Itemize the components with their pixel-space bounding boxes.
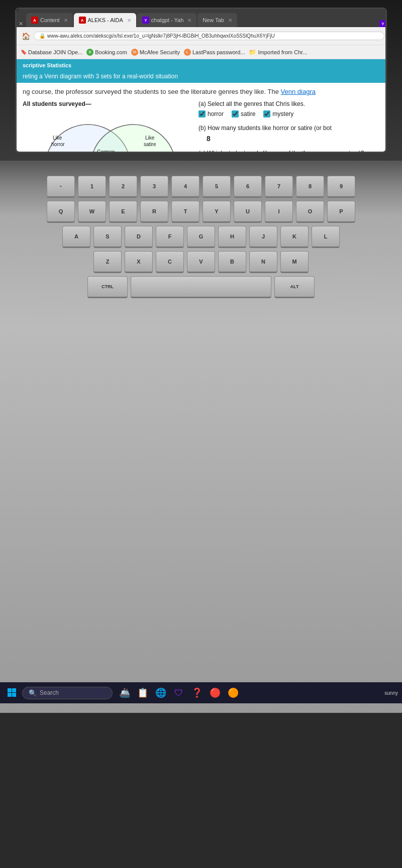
key-backtick[interactable]: ~ — [47, 176, 75, 198]
key-7[interactable]: 7 — [265, 176, 293, 198]
checkbox-horror[interactable] — [198, 110, 206, 117]
key-g[interactable]: G — [187, 226, 215, 248]
key-alt[interactable]: ALT — [274, 276, 315, 298]
tab-content[interactable]: A Content ✕ — [26, 13, 73, 27]
taskbar-icon-help[interactable]: ❓ — [189, 685, 205, 701]
question-b-text: (b) How many students like horror or sat… — [198, 125, 382, 132]
key-row-space: CTRL ALT — [10, 276, 392, 298]
key-row-asdf: A S D F G H J K L — [10, 226, 392, 248]
tab-newtab[interactable]: New Tab ✕ — [197, 13, 237, 27]
key-space[interactable] — [131, 276, 271, 298]
venn-diagram: Like horror Like satire Like mystery Man… — [23, 109, 193, 153]
satire-label: Like — [145, 135, 155, 141]
venn-diagram-link[interactable]: Venn diagra — [281, 88, 316, 95]
key-w[interactable]: W — [78, 201, 106, 223]
question-b-answer: 8 — [207, 135, 382, 143]
laptop-keyboard-area: ~ 1 2 3 4 5 6 7 8 9 Q W E R T Y U I O P … — [0, 161, 402, 713]
key-3[interactable]: 3 — [140, 176, 168, 198]
windows-start-button[interactable] — [4, 685, 20, 701]
key-n[interactable]: N — [249, 251, 277, 273]
windows-logo-icon — [8, 688, 17, 697]
taskbar-icon-circle2[interactable]: 🟠 — [225, 685, 241, 701]
key-x[interactable]: X — [125, 251, 153, 273]
key-6[interactable]: 6 — [234, 176, 262, 198]
bookmark-imported[interactable]: 📁 Imported from Chr... — [249, 49, 307, 56]
key-z[interactable]: Z — [93, 251, 122, 273]
yahoo-tab-icon[interactable]: Y — [379, 20, 386, 27]
option-horror-label: horror — [208, 110, 224, 117]
key-i[interactable]: I — [265, 201, 293, 223]
question-c-block: (c) Which students only like one of the … — [198, 150, 382, 153]
tab-chatgpt-label: chatgpt - Yah — [151, 17, 183, 23]
questions-area: (a) Select all the genres that Chris lik… — [198, 100, 382, 153]
svg-rect-2 — [8, 693, 12, 697]
key-h[interactable]: H — [218, 226, 246, 248]
key-4[interactable]: 4 — [171, 176, 199, 198]
key-f[interactable]: F — [156, 226, 184, 248]
key-row-qwerty: Q W E R T Y U I O P — [10, 201, 392, 223]
key-a[interactable]: A — [62, 226, 90, 248]
key-u[interactable]: U — [234, 201, 262, 223]
venn-section-label: All students surveyed— — [23, 100, 193, 107]
satire-label2: satire — [144, 142, 156, 147]
taskbar-icon-shield[interactable]: 🛡 — [171, 685, 187, 701]
url-field[interactable]: 🔒 www-awu.aleks.com/alekscgi/x/lsl.exe/1… — [34, 32, 384, 40]
key-y[interactable]: Y — [203, 201, 231, 223]
key-1[interactable]: 1 — [78, 176, 106, 198]
tab-chatgpt-close[interactable]: ✕ — [187, 18, 191, 23]
taskbar-icon-file[interactable]: 📋 — [135, 685, 151, 701]
tab-aleks-label: ALEKS - AIDA — [88, 17, 123, 23]
key-8[interactable]: 8 — [296, 176, 324, 198]
key-m[interactable]: M — [280, 251, 309, 273]
option-horror[interactable]: horror — [198, 110, 224, 117]
key-j[interactable]: J — [249, 226, 277, 248]
tab-content-close[interactable]: ✕ — [64, 18, 68, 23]
key-l[interactable]: L — [312, 226, 340, 248]
key-s[interactable]: S — [93, 226, 122, 248]
name-isabel: Isabel — [142, 153, 156, 153]
key-e[interactable]: E — [109, 201, 137, 223]
bookmark-database[interactable]: 🔖 Database JOIN Ope... — [21, 49, 82, 55]
key-q[interactable]: Q — [47, 201, 75, 223]
key-d[interactable]: D — [125, 226, 153, 248]
key-b[interactable]: B — [218, 251, 246, 273]
key-o[interactable]: O — [296, 201, 324, 223]
svg-rect-1 — [12, 688, 16, 692]
key-t[interactable]: T — [171, 201, 199, 223]
key-v[interactable]: V — [187, 251, 215, 273]
taskbar-icon-ship[interactable]: 🚢 — [117, 685, 133, 701]
taskbar-icon-circle[interactable]: 🔴 — [207, 685, 223, 701]
mcafee-icon: M — [131, 49, 138, 56]
breadcrumb-text: scriptive Statistics — [23, 62, 71, 68]
key-ctrl[interactable]: CTRL — [87, 276, 128, 298]
key-c[interactable]: C — [156, 251, 184, 273]
tab-newtab-close[interactable]: ✕ — [228, 18, 232, 23]
bookmark-mcafee[interactable]: M McAfee Security — [131, 49, 180, 56]
checkbox-mystery[interactable] — [263, 110, 270, 117]
checkbox-satire[interactable] — [232, 110, 239, 117]
taskbar-icon-globe[interactable]: 🌐 — [153, 685, 169, 701]
key-5[interactable]: 5 — [203, 176, 231, 198]
taskbar-search[interactable]: 🔍 Search — [22, 687, 113, 699]
key-r[interactable]: R — [140, 201, 168, 223]
option-satire[interactable]: satire — [232, 110, 255, 117]
two-column-layout: All students surveyed— Like — [23, 100, 382, 153]
key-p[interactable]: P — [327, 201, 355, 223]
bookmark-booking[interactable]: B Booking.com — [86, 49, 127, 56]
weather-text: sunny — [384, 690, 398, 696]
tab-chatgpt[interactable]: Y chatgpt - Yah ✕ — [137, 13, 196, 27]
key-9[interactable]: 9 — [327, 176, 355, 198]
bookmark-lastpass[interactable]: L LastPass password... — [184, 49, 245, 56]
windows-taskbar: 🔍 Search 🚢 📋 🌐 🛡 ❓ 🔴 🟠 sunny — [0, 682, 402, 703]
question-a-block: (a) Select all the genres that Chris lik… — [198, 100, 382, 117]
main-content: ng course, the professor surveyed the st… — [17, 83, 387, 153]
key-2[interactable]: 2 — [109, 176, 137, 198]
question-b-block: (b) How many students like horror or sat… — [198, 125, 382, 143]
tab-aleks-close[interactable]: ✕ — [127, 18, 131, 23]
key-k[interactable]: K — [280, 226, 309, 248]
home-button[interactable]: 🏠 — [21, 31, 31, 41]
option-mystery[interactable]: mystery — [263, 110, 293, 117]
window-close[interactable]: ✕ — [19, 21, 23, 27]
tab-aleks[interactable]: A ALEKS - AIDA ✕ — [74, 13, 136, 27]
horror-label2: horror — [51, 142, 65, 147]
